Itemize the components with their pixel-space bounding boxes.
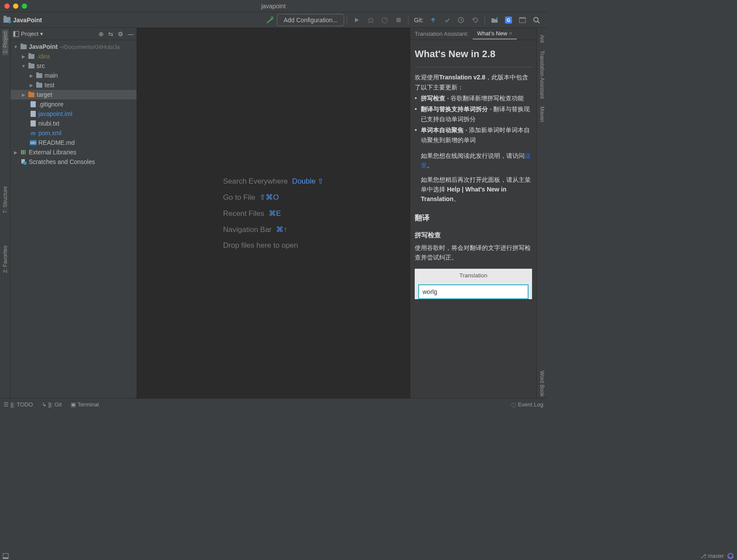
tree-node-main[interactable]: ▶ main [10,71,136,80]
main-area: 1: Project 7: Structure 2: Favorites Pro… [0,28,547,398]
maven-file-icon: m [30,130,37,137]
svg-rect-11 [23,150,24,154]
tree-node-target[interactable]: ▶ target [10,90,136,99]
bottom-terminal[interactable]: ▣ Terminal [71,401,99,408]
hide-icon[interactable]: — [128,31,134,38]
editor-hints: Search EverywhereDouble ⇧ Go to File⇧⌘O … [223,170,324,257]
tree-label: target [37,91,52,98]
tree-node-src[interactable]: ▼ src [10,61,136,71]
tree-node-pom[interactable]: m pom.xml [10,128,136,138]
folder-icon [28,92,34,97]
close-window-button[interactable] [4,3,10,9]
toolbar-divider [408,16,409,24]
git-revert-icon[interactable] [470,15,480,25]
google-translate-icon[interactable]: G [504,15,513,25]
stripe-translation-assistant[interactable]: Translation Assistant [539,49,545,100]
tree-node-niubi[interactable]: niubi.txt [10,119,136,128]
speech-bubble-icon: ◌ [511,401,516,408]
right-panel-tabs: Translation Assistant: What's New × [410,28,536,40]
gear-icon[interactable]: ⚙ [118,31,123,38]
tree-label: README.md [38,139,75,146]
section-translate: 翻译 [415,212,532,224]
stripe-structure[interactable]: 7: Structure [2,184,8,215]
markdown-file-icon: MD [30,140,37,145]
svg-rect-6 [519,17,525,19]
whats-new-content[interactable]: What's New in 2.8 欢迎使用Translation v2.8，此… [410,40,536,398]
chevron-right-icon: ▶ [29,83,34,88]
expand-all-icon[interactable]: ⇆ [108,31,113,38]
bottom-event-log[interactable]: ◌ Event Log [511,401,543,408]
toolbar-divider [347,16,347,24]
git-update-icon[interactable] [428,15,438,25]
minimize-window-button[interactable] [13,3,18,9]
project-tree[interactable]: ▼ JavaPoint ~/Documents/GitHub/Ja ▶ .ide… [10,40,136,398]
stripe-favorites[interactable]: 2: Favorites [2,244,8,275]
file-icon [31,120,36,126]
titlebar: javapoint [0,0,547,12]
chevron-down-icon: ▼ [21,64,26,68]
stripe-word-book[interactable]: Word Book [539,369,545,398]
hint-search-everywhere: Search EverywhereDouble ⇧ [223,177,324,186]
editor-area[interactable]: Search EverywhereDouble ⇧ Go to File⇧⌘O … [137,28,410,398]
debug-button[interactable] [366,15,375,25]
chevron-down-icon: ▼ [13,44,18,49]
left-tool-stripe: 1: Project 7: Structure 2: Favorites [0,28,10,398]
main-toolbar: JavaPoint Add Configuration... Git: G [0,12,547,28]
search-icon[interactable] [532,15,541,25]
build-icon[interactable] [265,15,275,25]
translation-preview: Translation worlg [415,269,532,299]
tree-label: pom.xml [38,130,61,137]
stripe-ant[interactable]: Ant [539,33,545,44]
git-history-icon[interactable] [456,15,466,25]
file-icon [31,111,36,117]
toolbar-divider [485,16,485,24]
open-folder-icon[interactable] [490,15,499,25]
list-icon: ☰ [3,401,9,408]
tree-label: Scratches and Consoles [29,158,95,165]
tree-label: niubi.txt [38,120,59,127]
add-configuration-button[interactable]: Add Configuration... [277,14,344,26]
libraries-icon [20,149,27,156]
svg-text:G: G [507,17,511,23]
tab-whats-new[interactable]: What's New × [473,28,517,40]
folder-icon [20,44,27,49]
bottom-todo[interactable]: ☰ 6: TODO [3,401,33,408]
coverage-button[interactable] [380,15,389,25]
project-view-combo[interactable]: Project ▾ [13,31,99,37]
tree-label: javapoint.iml [38,110,72,117]
stripe-maven[interactable]: Maven [539,105,545,124]
tree-node-readme[interactable]: MD README.md [10,138,136,147]
hint-goto-file: Go to File⇧⌘O [223,193,324,202]
whats-new-bullets: 拼写检查 - 谷歌翻译新增拼写检查功能 翻译与替换支持单词拆分 - 翻译与替换现… [415,93,532,145]
run-button[interactable] [352,15,362,25]
right-tool-stripe: Ant Translation Assistant Maven Word Boo… [536,28,547,398]
folder-icon [28,54,34,59]
git-commit-icon[interactable] [442,15,452,25]
tab-translation-assistant[interactable]: Translation Assistant: [410,28,473,40]
tree-node-root[interactable]: ▼ JavaPoint ~/Documents/GitHub/Ja [10,42,136,51]
right-panel: Translation Assistant: What's New × What… [410,28,536,398]
project-header: Project ▾ ⊕ ⇆ ⚙ — [10,28,136,40]
tree-node-gitignore[interactable]: .gitignore [10,99,136,109]
stripe-project[interactable]: 1: Project [2,30,8,55]
tree-node-iml[interactable]: javapoint.iml [10,109,136,119]
tree-node-idea[interactable]: ▶ .idea [10,51,136,61]
tree-label: src [37,62,45,69]
project-tool-window: Project ▾ ⊕ ⇆ ⚙ — ▼ JavaPoint ~/Document… [10,28,137,398]
bottom-git[interactable]: ↳ 9: Git [42,401,62,408]
file-icon [31,101,36,107]
chevron-down-icon: ▾ [40,31,43,37]
close-icon[interactable]: × [509,30,512,37]
spellcheck-desc: 使用谷歌时，将会对翻译的文字进行拼写检查并尝试纠正。 [415,243,532,263]
status-bar [0,410,547,415]
locate-icon[interactable]: ⊕ [99,31,104,38]
stop-button[interactable] [394,15,403,25]
tree-node-scratches[interactable]: Scratches and Consoles [10,157,136,167]
breadcrumb[interactable]: JavaPoint [3,17,42,24]
hint-nav-bar: Navigation Bar⌘↑ [223,225,324,234]
tree-node-external[interactable]: ▶ External Libraries [10,147,136,157]
svg-rect-9 [14,31,15,37]
layout-icon[interactable] [518,15,527,25]
maximize-window-button[interactable] [22,3,27,9]
tree-node-test[interactable]: ▶ test [10,80,136,90]
